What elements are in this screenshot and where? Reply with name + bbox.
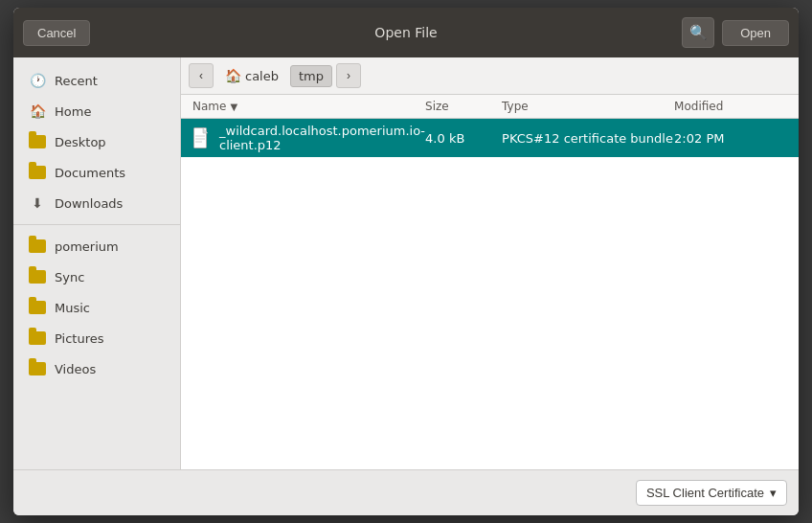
ssl-certificate-dropdown[interactable]: SSL Client Certificate ▾ <box>636 480 787 506</box>
music-folder-icon <box>29 299 46 316</box>
open-file-dialog: Cancel Open File 🔍 Open 🕐 Recent 🏠 Home <box>13 8 799 515</box>
sidebar-label-recent: Recent <box>55 74 98 88</box>
back-arrow-icon: ‹ <box>199 69 203 82</box>
documents-icon <box>29 164 46 181</box>
sidebar-label-pomerium: pomerium <box>55 239 119 254</box>
forward-button[interactable]: › <box>336 63 361 88</box>
search-button[interactable]: 🔍 <box>682 17 714 48</box>
home-breadcrumb-icon: 🏠 <box>225 68 241 83</box>
file-name-cell: _wildcard.localhost.pomerium.io-client.p… <box>192 124 425 152</box>
sidebar-item-music[interactable]: Music <box>13 292 180 323</box>
dialog-footer: SSL Client Certificate ▾ <box>13 469 799 515</box>
dialog-title: Open File <box>374 25 437 40</box>
col-header-modified: Modified <box>674 100 789 113</box>
videos-folder-icon <box>29 360 46 377</box>
file-modified: 2:02 PM <box>674 131 789 146</box>
table-row[interactable]: _wildcard.localhost.pomerium.io-client.p… <box>181 119 799 157</box>
sidebar-label-home: Home <box>55 104 91 119</box>
sidebar-item-pictures[interactable]: Pictures <box>13 323 180 353</box>
file-list: Name ▼ Size Type Modified <box>181 95 799 469</box>
back-button[interactable]: ‹ <box>189 63 214 88</box>
search-icon: 🔍 <box>689 24 708 41</box>
cancel-button[interactable]: Cancel <box>23 20 90 46</box>
pictures-folder-icon <box>29 330 46 347</box>
dropdown-arrow-icon: ▾ <box>770 486 777 500</box>
sidebar-item-sync[interactable]: Sync <box>13 262 180 292</box>
sidebar-label-pictures: Pictures <box>55 331 103 346</box>
sidebar-item-documents[interactable]: Documents <box>13 157 180 188</box>
file-name: _wildcard.localhost.pomerium.io-client.p… <box>219 124 425 152</box>
ssl-label: SSL Client Certificate <box>646 486 764 500</box>
sidebar-label-music: Music <box>55 301 90 315</box>
sidebar-label-desktop: Desktop <box>55 135 106 149</box>
sidebar-label-downloads: Downloads <box>55 196 123 211</box>
sidebar-item-downloads[interactable]: ⬇ Downloads <box>13 188 180 218</box>
sidebar-label-videos: Videos <box>55 362 96 376</box>
col-header-type: Type <box>502 100 674 113</box>
main-area: ‹ 🏠 caleb tmp › Name ▼ <box>181 57 799 469</box>
dialog-body: 🕐 Recent 🏠 Home Desktop Documents ⬇ <box>13 57 799 469</box>
sidebar-item-videos[interactable]: Videos <box>13 353 180 384</box>
breadcrumb-home-label: caleb <box>245 69 279 83</box>
header-actions: 🔍 Open <box>682 17 789 48</box>
sidebar-item-recent[interactable]: 🕐 Recent <box>13 65 180 96</box>
sidebar-label-sync: Sync <box>55 270 84 284</box>
sidebar-item-home[interactable]: 🏠 Home <box>13 96 180 126</box>
sidebar-divider <box>13 224 180 225</box>
breadcrumb-tmp[interactable]: tmp <box>290 65 332 87</box>
forward-arrow-icon: › <box>347 69 350 82</box>
sidebar-label-documents: Documents <box>55 166 125 180</box>
pomerium-folder-icon <box>29 238 46 255</box>
file-size: 4.0 kB <box>425 131 502 146</box>
open-button[interactable]: Open <box>722 20 789 46</box>
col-header-name: Name ▼ <box>192 100 425 113</box>
downloads-icon: ⬇ <box>29 194 46 212</box>
sidebar: 🕐 Recent 🏠 Home Desktop Documents ⬇ <box>13 57 181 469</box>
sync-folder-icon <box>29 268 46 285</box>
sidebar-item-desktop[interactable]: Desktop <box>13 126 180 157</box>
file-type: PKCS#12 certificate bundle <box>502 131 674 146</box>
file-document-icon <box>192 127 212 148</box>
sort-arrow-icon: ▼ <box>230 102 237 112</box>
home-icon: 🏠 <box>29 102 46 120</box>
dialog-header: Cancel Open File 🔍 Open <box>13 8 799 57</box>
col-header-size: Size <box>425 100 502 113</box>
sidebar-item-pomerium[interactable]: pomerium <box>13 231 180 262</box>
file-list-header: Name ▼ Size Type Modified <box>181 95 799 119</box>
breadcrumb-tmp-label: tmp <box>299 69 324 83</box>
breadcrumb-home[interactable]: 🏠 caleb <box>217 65 286 86</box>
desktop-icon <box>29 133 46 150</box>
breadcrumb-bar: ‹ 🏠 caleb tmp › <box>181 57 799 95</box>
recent-icon: 🕐 <box>29 72 46 89</box>
